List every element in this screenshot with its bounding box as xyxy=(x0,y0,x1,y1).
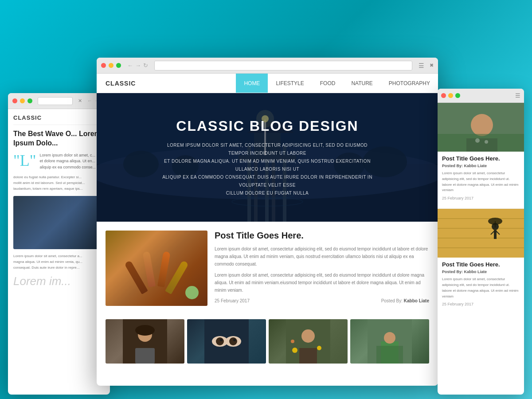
urlbar-main[interactable] xyxy=(154,61,412,70)
hamburger-icon-right[interactable]: ☰ xyxy=(515,92,520,99)
right-post-date-1: 25 February 2017 xyxy=(442,196,520,200)
post-author-label: Posted By: xyxy=(381,298,403,303)
back-lorem-large: Lorem im... xyxy=(13,274,105,288)
right-author-name-2: Kabbo Liate xyxy=(464,270,487,274)
right-post-body-2: Post Title Goes Here. Posted By: Kabbo L… xyxy=(438,258,524,314)
nav-link-food[interactable]: FOOD xyxy=(312,74,344,93)
post-image-spoons xyxy=(106,231,207,306)
close-dot-main[interactable] xyxy=(101,63,106,68)
maximize-dot[interactable] xyxy=(27,98,32,103)
post-meta: 25 February 2017 Posted By: Kabbo Liate xyxy=(215,298,429,303)
back-post-image xyxy=(13,196,105,249)
right-post-author-1: Posted By: Kabbo Liate xyxy=(442,164,520,168)
flower-decoration xyxy=(185,286,199,299)
svg-rect-41 xyxy=(376,346,403,364)
right-author-label-2: Posted By: xyxy=(442,270,463,274)
urlbar-back[interactable] xyxy=(38,97,73,105)
right-author-label-1: Posted By: xyxy=(442,164,463,168)
quote-mark: "L" xyxy=(13,153,36,171)
nav-controls-main: ← → ↻ xyxy=(127,62,148,69)
hero-section: CLASSIC BLOG DESIGN LOREM IPSUM DOLOR SI… xyxy=(97,93,438,222)
svg-point-36 xyxy=(317,346,321,350)
gallery-grid xyxy=(97,319,438,372)
right-post-image-2 xyxy=(438,209,524,258)
close-btn-main[interactable]: ✖ xyxy=(430,63,434,68)
right-post-body-1: Post Title Goes Here. Posted By: Kabbo L… xyxy=(438,152,524,208)
svg-point-40 xyxy=(384,332,395,344)
gallery-item-1 xyxy=(106,319,184,364)
minimize-dot-right[interactable] xyxy=(448,93,453,98)
post-author-name: Kabbo Liate xyxy=(404,298,429,303)
hero-subtitle: LOREM IPSUM DOLOR SIT AMET, CONSECTETUR … xyxy=(161,141,374,197)
back-lorem-text: Lorem ipsum dolor sit amet, consectetur … xyxy=(13,254,105,270)
minimize-dot[interactable] xyxy=(20,98,25,103)
post-author-line: Posted By: Kabbo Liate xyxy=(381,298,429,303)
right-window-content: Post Title Goes Here. Posted By: Kabbo L… xyxy=(438,103,524,314)
svg-rect-45 xyxy=(438,134,524,152)
hamburger-menu-icon[interactable]: ☰ xyxy=(419,62,424,69)
right-post-title-1: Post Title Goes Here. xyxy=(442,155,520,162)
browser-back-titlebar: ✕ ← → ↻ xyxy=(8,93,110,109)
close-button-back[interactable]: ✕ xyxy=(78,98,82,104)
browser-right-titlebar: ☰ xyxy=(438,89,524,103)
svg-point-33 xyxy=(301,329,315,343)
svg-point-29 xyxy=(229,337,237,345)
blog-area: Post Title Goes Here. Lorem ipsum dolor … xyxy=(97,222,438,372)
nav-links: HOME LIFESTYLE FOOD NATURE PHOTOGRAPHY xyxy=(236,74,438,93)
close-dot-right[interactable] xyxy=(441,93,446,98)
svg-point-35 xyxy=(292,348,297,353)
svg-point-43 xyxy=(471,114,493,136)
reload-icon-main[interactable]: ↻ xyxy=(143,62,148,69)
post-text: Post Title Goes Here. Lorem ipsum dolor … xyxy=(215,231,429,306)
minimize-dot-main[interactable] xyxy=(109,63,113,68)
svg-point-28 xyxy=(216,337,224,345)
nav-brand: CLASSIC xyxy=(97,80,236,87)
close-dot[interactable] xyxy=(12,98,17,103)
spoon-2 xyxy=(142,251,156,288)
main-navigation: CLASSIC HOME LIFESTYLE FOOD NATURE PHOTO… xyxy=(97,74,438,93)
right-post-title-2: Post Title Goes Here. xyxy=(442,261,520,268)
right-post-image-1 xyxy=(438,103,524,152)
svg-point-47 xyxy=(485,140,488,144)
gallery-item-3 xyxy=(269,319,348,364)
browser-main-window: ← → ↻ ☰ ✖ CLASSIC HOME LIFESTYLE FOOD NA… xyxy=(97,58,438,386)
svg-point-31 xyxy=(233,339,236,341)
svg-point-37 xyxy=(291,340,294,343)
back-quote-block: "L" Lorem ipsum dolor sit amet, c...et d… xyxy=(13,153,105,171)
browser-main-titlebar: ← → ↻ ☰ ✖ xyxy=(97,58,438,74)
back-body-text: dolore eu fugiat nulla pariatur. Excepte… xyxy=(13,175,105,192)
gallery-item-4 xyxy=(350,319,429,364)
nav-link-photography[interactable]: PHOTOGRAPHY xyxy=(381,74,438,93)
browser-back-window: ✕ ← → ↻ CLASSIC The Best Wave O... Lorem… xyxy=(8,93,110,395)
svg-rect-34 xyxy=(299,348,317,364)
right-post-date-2: 25 February 2017 xyxy=(442,302,520,306)
spoon-4 xyxy=(165,260,189,294)
post-body-1: Lorem ipsum dolor sit amet, consectetur … xyxy=(215,245,429,268)
back-brand-label: CLASSIC xyxy=(13,114,105,125)
svg-rect-23 xyxy=(135,348,155,364)
spoon-3 xyxy=(157,251,171,288)
right-post-text-1: Lorem ipsum dolor sit amet, consectetur … xyxy=(442,171,520,193)
post-date: 25 February 2017 xyxy=(215,298,250,303)
back-arrow-main[interactable]: ← xyxy=(127,62,133,69)
back-quote-text: Lorem ipsum dolor sit amet, c...et dolor… xyxy=(39,153,96,171)
nav-link-nature[interactable]: NATURE xyxy=(343,74,380,93)
svg-point-24 xyxy=(135,325,155,336)
nav-link-lifestyle[interactable]: LIFESTYLE xyxy=(268,74,312,93)
browser-right-window: ☰ Post Title Goes Here. Posted By: Kabbo… xyxy=(438,89,524,395)
svg-point-46 xyxy=(475,138,480,143)
back-post-title: The Best Wave O... Lorem Ipsum Dolo... xyxy=(13,129,105,148)
right-author-name-1: Kabbo Liate xyxy=(464,164,487,168)
nav-link-home[interactable]: HOME xyxy=(236,74,268,93)
spoons-illustration xyxy=(106,231,207,306)
back-window-content: CLASSIC The Best Wave O... Lorem Ipsum D… xyxy=(8,109,110,293)
right-post-text-2: Lorem ipsum dolor sit amet, consectetur … xyxy=(442,277,520,299)
maximize-dot-right[interactable] xyxy=(455,93,460,98)
back-arrow-back[interactable]: ← xyxy=(87,98,92,104)
maximize-dot-main[interactable] xyxy=(116,63,121,68)
gallery-item-2 xyxy=(187,319,266,364)
blog-post: Post Title Goes Here. Lorem ipsum dolor … xyxy=(97,222,438,310)
forward-arrow-main[interactable]: → xyxy=(135,62,141,69)
svg-point-30 xyxy=(220,339,223,341)
right-post-author-2: Posted By: Kabbo Liate xyxy=(442,270,520,274)
